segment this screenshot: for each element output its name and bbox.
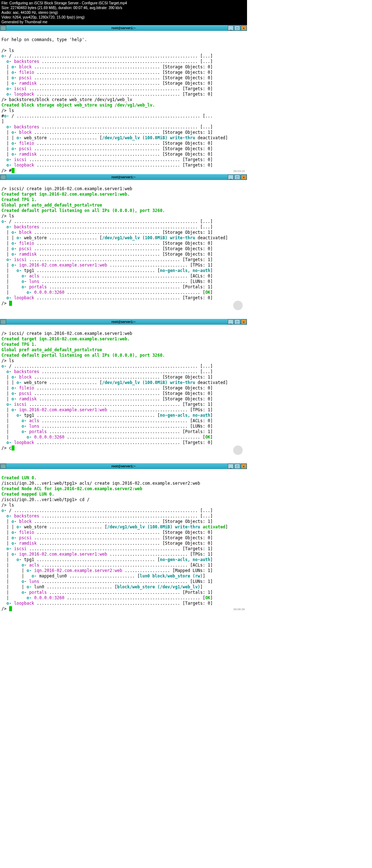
cursor — [9, 301, 12, 306]
window-title: root@server1:~ — [0, 175, 247, 179]
msg-global-pref: Global pref auto_add_default_portal=true — [1, 347, 102, 352]
window-app-icon — [0, 319, 6, 324]
window-maximize-button[interactable]: □ — [234, 25, 240, 31]
msg-created-portal: Created default portal listening on all … — [1, 208, 165, 213]
window-minimize-button[interactable]: _ — [228, 175, 234, 180]
cursor — [9, 606, 12, 611]
window-app-icon — [0, 175, 6, 180]
cmd-create-block: /> backstores/block create web_store /de… — [1, 97, 132, 102]
window-titlebar[interactable]: root@server1:~ _ □ × — [0, 463, 247, 469]
window-close-button[interactable]: × — [241, 175, 247, 180]
window-maximize-button[interactable]: □ — [234, 319, 240, 324]
window-app-icon — [0, 25, 6, 31]
timestamp-1: 00:03:16 — [0, 169, 247, 173]
window-app-icon — [0, 464, 6, 469]
cmd-create-iscsi: /> iscsi/ create iqn.2016-02.com.example… — [1, 331, 132, 336]
cmd-create-iscsi: /> iscsi/ create iqn.2016-02.com.example… — [1, 186, 132, 191]
meta-size: Size: 22740483 bytes (21.69 MiB), durati… — [1, 5, 246, 10]
cmd-cd-root: /iscsi/iqn.20...ver1:web/tpg1> cd / — [1, 497, 89, 502]
msg-created-block: Created block storage object web_store u… — [1, 103, 155, 108]
terminal-panel-4[interactable]: Created LUN 0. /iscsi/iqn.20...ver1:web/… — [0, 469, 247, 612]
meta-file: File: Configuring an iSCSI Block Storage… — [1, 1, 246, 5]
msg-global-pref: Global pref auto_add_default_portal=true — [1, 203, 102, 208]
window-minimize-button[interactable]: _ — [228, 25, 234, 31]
window-close-button[interactable]: × — [241, 25, 247, 31]
meta-gen: Generated by Thumbnail me — [1, 20, 246, 24]
window-close-button[interactable]: × — [241, 464, 247, 469]
meta-video: Video: h264, yuv420p, 1280x720, 15.00 fp… — [1, 15, 246, 20]
timestamp-4: 00:06:36 — [0, 608, 247, 612]
window-maximize-button[interactable]: □ — [234, 175, 240, 180]
msg-created-tpg: Created TPG 1. — [1, 197, 37, 202]
msg-created-portal: Created default portal listening on all … — [1, 353, 165, 358]
cursor — [12, 168, 15, 173]
window-titlebar[interactable]: root@server1:~ _ □ × — [0, 174, 247, 180]
window-title: root@server1:~ — [0, 26, 247, 30]
window-minimize-button[interactable]: _ — [228, 464, 234, 469]
cursor — [12, 445, 15, 451]
help-text: For help on commands, type 'help'. — [1, 37, 87, 42]
window-titlebar[interactable]: root@server1:~ _ □ × — [0, 25, 247, 31]
cmd-ls: /> ls — [1, 503, 14, 508]
cmd-ls: /> ls — [1, 358, 14, 363]
msg-created-lun: Created LUN 0. — [1, 475, 37, 480]
msg-created-target: Created target iqn.2016-02.com.example.s… — [1, 336, 130, 341]
terminal-panel-2[interactable]: /> iscsi/ create iqn.2016-02.com.example… — [0, 180, 247, 312]
video-metadata-header: File: Configuring an iSCSI Block Storage… — [0, 0, 247, 25]
terminal-panel-1[interactable]: For help on commands, type 'help'. /> ls… — [0, 31, 247, 174]
window-title: root@server1:~ — [0, 320, 247, 324]
msg-created-tpg: Created TPG 1. — [1, 342, 37, 347]
window-titlebar[interactable]: root@server1:~ _ □ × — [0, 319, 247, 325]
window-minimize-button[interactable]: _ — [228, 319, 234, 324]
window-close-button[interactable]: × — [241, 319, 247, 324]
cmd-create-acl: /iscsi/iqn.20...ver1:web/tpg1> acls/ cre… — [1, 481, 200, 486]
msg-created-acl: Created Node ACL for iqn.2016-02.com.exa… — [1, 486, 142, 491]
cmd-ls2: /> ls — [1, 108, 14, 113]
window-title: root@server1:~ — [0, 464, 247, 468]
msg-created-target: Created target iqn.2016-02.com.example.s… — [1, 192, 130, 197]
meta-audio: Audio: aac, 44100 Hz, stereo (eng) — [1, 10, 246, 15]
cmd-ls: /> ls — [1, 48, 14, 53]
msg-mapped-lun: Created mapped LUN 0. — [1, 492, 54, 497]
cmd-ls: /> ls — [1, 213, 14, 219]
terminal-panel-3[interactable]: /> iscsi/ create iqn.2016-02.com.example… — [0, 325, 247, 457]
window-maximize-button[interactable]: □ — [234, 464, 240, 469]
